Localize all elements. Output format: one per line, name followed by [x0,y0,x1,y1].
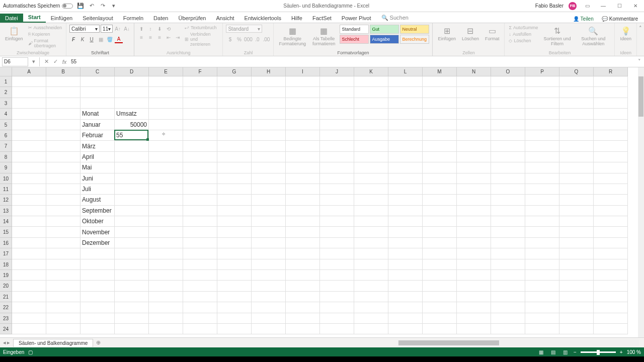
cell-P15[interactable] [525,227,559,237]
cell-A20[interactable] [12,281,46,291]
sheet-tab-1[interactable]: Säulen- und Balkendiagramme [13,339,93,347]
cell-C21[interactable] [80,292,115,302]
cell-O8[interactable] [491,152,525,162]
cell-D21[interactable] [115,292,149,302]
cell-L23[interactable] [388,313,423,324]
cell-G21[interactable] [217,292,252,302]
cell-K21[interactable] [354,292,388,302]
cell-D15[interactable] [115,227,149,237]
cell-N18[interactable] [457,259,491,270]
cell-F3[interactable] [183,98,217,109]
cell-G7[interactable] [217,141,252,151]
cell-C3[interactable] [80,98,115,109]
cell-N19[interactable] [457,270,491,281]
autosum-button[interactable]: Σ AutoSumme [508,25,539,31]
row-header-1[interactable]: 1 [0,76,12,87]
cell-I6[interactable] [286,130,320,141]
cell-H5[interactable] [252,120,286,130]
conditional-format-button[interactable]: ▦Bedingte Formatierung [277,25,308,48]
cell-B12[interactable] [46,195,80,205]
col-header-E[interactable]: E [149,67,183,76]
select-all-corner[interactable] [0,67,12,76]
cell-C20[interactable] [80,281,115,291]
style-schlecht[interactable]: Schlecht [340,35,369,44]
col-header-L[interactable]: L [388,67,423,76]
col-header-P[interactable]: P [525,67,559,76]
cell-L20[interactable] [388,281,423,291]
cell-P23[interactable] [525,313,559,324]
cell-H3[interactable] [252,98,286,109]
cell-J18[interactable] [320,259,354,270]
cell-K15[interactable] [354,227,388,237]
cell-A18[interactable] [12,259,46,270]
cell-I10[interactable] [286,173,320,184]
cell-C12[interactable]: August [80,195,115,205]
cell-F6[interactable] [183,130,217,141]
cell-L9[interactable] [388,162,423,173]
clear-button[interactable]: ◇ Löschen [508,38,539,44]
cell-Q19[interactable] [559,270,594,281]
cell-I19[interactable] [286,270,320,281]
col-header-O[interactable]: O [491,67,525,76]
cell-K24[interactable] [354,324,388,334]
cell-P16[interactable] [525,238,559,248]
cell-O5[interactable] [491,120,525,130]
cell-L1[interactable] [388,76,423,87]
zoom-in-icon[interactable]: + [620,349,623,355]
cell-N20[interactable] [457,281,491,291]
cell-A10[interactable] [12,173,46,184]
expand-fbar-icon[interactable]: ˅ [635,58,644,65]
cell-L6[interactable] [388,130,423,141]
cell-F13[interactable] [183,206,217,216]
row-header-9[interactable]: 9 [0,162,12,173]
cell-A15[interactable] [12,227,46,237]
cell-Q11[interactable] [559,184,594,195]
sheet-next-icon[interactable]: ▸ [7,339,10,346]
row-header-11[interactable]: 11 [0,184,12,195]
cell-N3[interactable] [457,98,491,109]
cell-G23[interactable] [217,313,252,324]
cell-Q15[interactable] [559,227,594,237]
cell-K20[interactable] [354,281,388,291]
col-header-H[interactable]: H [252,67,286,76]
cell-C15[interactable]: November [80,227,115,237]
cell-G13[interactable] [217,206,252,216]
cell-B8[interactable] [46,152,80,162]
col-header-I[interactable]: I [286,67,320,76]
cell-J4[interactable] [320,109,354,119]
cell-D16[interactable] [115,238,149,248]
cell-B16[interactable] [46,238,80,248]
row-header-21[interactable]: 21 [0,292,12,302]
cell-C8[interactable]: April [80,152,115,162]
cell-L21[interactable] [388,292,423,302]
zoom-slider[interactable] [581,351,616,353]
col-header-N[interactable]: N [457,67,491,76]
cell-J20[interactable] [320,281,354,291]
tab-view[interactable]: Ansicht [211,14,239,23]
cell-O2[interactable] [491,87,525,98]
align-top-icon[interactable]: ⬆ [137,25,145,33]
cell-R19[interactable] [594,270,628,281]
tab-start[interactable]: Start [23,13,46,23]
format-painter-button[interactable]: 🖌 Format übertragen [27,38,63,49]
cell-B4[interactable] [46,109,80,119]
cell-P3[interactable] [525,98,559,109]
cell-G9[interactable] [217,162,252,173]
format-cells-button[interactable]: ▭Format [483,25,502,43]
tab-file[interactable]: Datei [0,14,23,23]
cell-C5[interactable]: Januar [80,120,115,130]
cell-Q10[interactable] [559,173,594,184]
cell-K11[interactable] [354,184,388,195]
cell-L3[interactable] [388,98,423,109]
cell-N17[interactable] [457,248,491,259]
cell-L16[interactable] [388,238,423,248]
cell-K23[interactable] [354,313,388,324]
cell-H24[interactable] [252,324,286,334]
cell-J17[interactable] [320,248,354,259]
cell-I9[interactable] [286,162,320,173]
cell-D24[interactable] [115,324,149,334]
tab-help[interactable]: Hilfe [286,14,307,23]
add-sheet-icon[interactable]: ⊕ [93,339,104,346]
cell-M22[interactable] [423,302,457,313]
cell-P18[interactable] [525,259,559,270]
